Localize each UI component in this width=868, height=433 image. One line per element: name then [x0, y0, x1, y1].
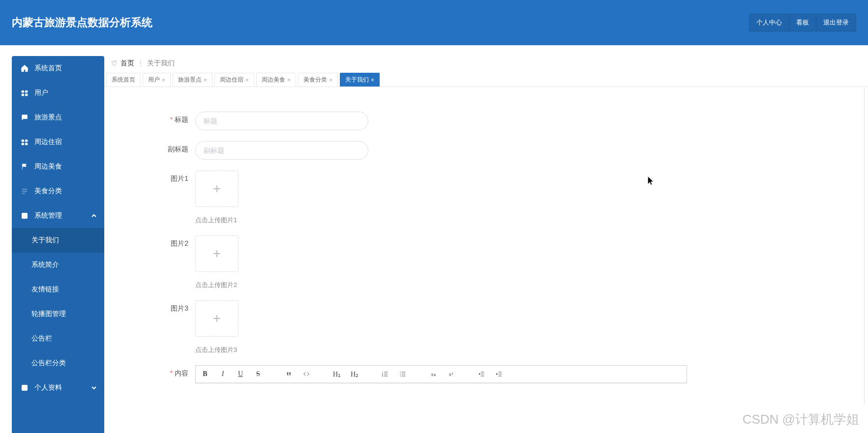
- tab-stay[interactable]: 周边住宿×: [214, 73, 254, 87]
- editor-italic-button[interactable]: I: [218, 369, 227, 379]
- sidebar-item-profile[interactable]: 个人资料: [12, 375, 104, 400]
- tab-label: 关于我们: [345, 76, 369, 84]
- breadcrumb-sep: ⋮: [137, 59, 144, 67]
- flag-icon: [21, 163, 29, 171]
- editor-olist-button[interactable]: [381, 369, 389, 379]
- editor-underline-button[interactable]: U: [236, 369, 245, 379]
- upload-img1[interactable]: +: [195, 171, 239, 207]
- subtitle-label: 副标题: [124, 141, 195, 154]
- sidebar-item-food[interactable]: 周边美食: [12, 154, 104, 179]
- sidebar-item-noticecat[interactable]: 公告栏分类: [12, 351, 104, 375]
- heart-icon: ♡: [111, 59, 118, 67]
- editor-quote-button[interactable]: [284, 369, 293, 379]
- board-button[interactable]: 看板: [789, 14, 816, 31]
- editor-indent-button[interactable]: [495, 369, 504, 379]
- editor-outdent-button[interactable]: [477, 369, 486, 379]
- tab-label: 美食分类: [303, 76, 327, 84]
- plus-icon: +: [213, 246, 221, 261]
- topbar-actions: 个人中心 看板 退出登录: [749, 14, 856, 31]
- editor-ulist-button[interactable]: [398, 369, 407, 379]
- img1-label: 图片1: [124, 171, 195, 183]
- upload-img3[interactable]: +: [195, 300, 239, 337]
- tab-foodcat[interactable]: 美食分类×: [298, 73, 338, 87]
- sidebar-item-carousel[interactable]: 轮播图管理: [12, 302, 104, 326]
- sidebar-item-label: 轮播图管理: [31, 310, 66, 318]
- subtitle-input[interactable]: [195, 141, 368, 160]
- settings-icon: [21, 212, 29, 220]
- editor-code-button[interactable]: [302, 369, 311, 379]
- sidebar-item-spots[interactable]: 旅游景点: [12, 105, 104, 130]
- rich-editor: B I U S H₁ H₂ x₂: [195, 365, 687, 383]
- sidebar-item-sysintro[interactable]: 系统简介: [12, 253, 104, 277]
- editor-sup-button[interactable]: x²: [447, 369, 455, 379]
- close-icon[interactable]: ×: [245, 77, 249, 84]
- sidebar-item-label: 个人资料: [34, 383, 62, 392]
- sidebar-item-aboutus[interactable]: 关于我们: [12, 228, 104, 253]
- svg-point-11: [400, 372, 401, 373]
- topbar: 内蒙古旅游景点数据分析系统 个人中心 看板 退出登录: [0, 0, 868, 45]
- svg-rect-5: [25, 140, 28, 142]
- sidebar-item-label: 系统首页: [34, 64, 62, 73]
- upload-img2[interactable]: +: [195, 235, 239, 272]
- profile-button[interactable]: 个人中心: [749, 14, 789, 31]
- tab-label: 周边住宿: [220, 76, 243, 84]
- editor-strike-button[interactable]: S: [254, 369, 263, 379]
- main-area: ♡ 首页 ⋮ 关于我们 系统首页× 用户× 旅游景点× 周边住宿× 周边美食× …: [104, 56, 868, 433]
- tab-label: 系统首页: [112, 76, 135, 84]
- breadcrumb-home[interactable]: 首页: [120, 59, 134, 68]
- upload-hint-1: 点击上传图片1: [195, 216, 237, 225]
- svg-rect-1: [25, 90, 28, 92]
- svg-rect-4: [22, 140, 24, 142]
- plus-icon: +: [213, 311, 221, 326]
- close-icon[interactable]: ×: [162, 77, 165, 84]
- users-icon: [21, 89, 29, 97]
- tab-home[interactable]: 系统首页×: [106, 73, 141, 87]
- editor-sub-button[interactable]: x₂: [429, 369, 438, 379]
- close-icon[interactable]: ×: [371, 77, 374, 84]
- svg-rect-2: [22, 94, 24, 96]
- editor-bold-button[interactable]: B: [201, 369, 210, 379]
- tab-food[interactable]: 周边美食×: [256, 73, 296, 87]
- tab-label: 用户: [148, 76, 160, 84]
- tab-spots[interactable]: 旅游景点×: [173, 73, 212, 87]
- breadcrumb-current: 关于我们: [147, 59, 175, 68]
- upload-hint-3: 点击上传图片3: [195, 346, 237, 354]
- sidebar-item-label: 公告栏: [31, 334, 52, 343]
- plus-icon: +: [213, 181, 221, 197]
- editor-h2-button[interactable]: H₂: [350, 369, 359, 379]
- sidebar-item-home[interactable]: 系统首页: [12, 56, 104, 81]
- sidebar: 系统首页 用户 旅游景点 周边住宿 周边美食 美食分类 系统管理 关于我们: [12, 56, 104, 433]
- close-icon[interactable]: ×: [287, 77, 291, 84]
- sidebar-item-foodcat[interactable]: 美食分类: [12, 179, 104, 203]
- chat-icon: [21, 114, 29, 121]
- sidebar-item-label: 美食分类: [34, 187, 62, 196]
- breadcrumb: ♡ 首页 ⋮ 关于我们: [104, 56, 868, 73]
- sidebar-item-friendlinks[interactable]: 友情链接: [12, 277, 104, 302]
- sidebar-item-users[interactable]: 用户: [12, 81, 104, 105]
- app-title: 内蒙古旅游景点数据分析系统: [12, 15, 152, 30]
- sidebar-item-label: 关于我们: [31, 236, 59, 245]
- logout-button[interactable]: 退出登录: [816, 14, 856, 31]
- title-label: 标题: [124, 112, 195, 124]
- grid-icon: [21, 138, 29, 146]
- close-icon[interactable]: ×: [329, 77, 332, 84]
- editor-toolbar: B I U S H₁ H₂ x₂: [196, 366, 687, 383]
- close-icon[interactable]: ×: [204, 77, 207, 84]
- chevron-up-icon: [91, 212, 96, 220]
- svg-rect-0: [22, 90, 24, 92]
- editor-h1-button[interactable]: H₁: [332, 369, 341, 379]
- scrollbar[interactable]: [864, 87, 868, 404]
- sidebar-item-notice[interactable]: 公告栏: [12, 326, 104, 351]
- home-icon: [21, 64, 29, 72]
- img3-label: 图片3: [124, 300, 195, 313]
- sidebar-item-sysmgmt[interactable]: 系统管理: [12, 203, 104, 228]
- sidebar-item-stay[interactable]: 周边住宿: [12, 130, 104, 154]
- svg-rect-7: [25, 143, 28, 145]
- svg-point-10: [24, 386, 26, 388]
- tab-label: 周边美食: [262, 76, 285, 84]
- tab-aboutus[interactable]: 关于我们×: [340, 73, 380, 87]
- category-icon: [21, 187, 29, 195]
- title-input[interactable]: [195, 112, 368, 130]
- tab-users[interactable]: 用户×: [143, 73, 171, 87]
- tab-label: 旅游景点: [178, 76, 202, 84]
